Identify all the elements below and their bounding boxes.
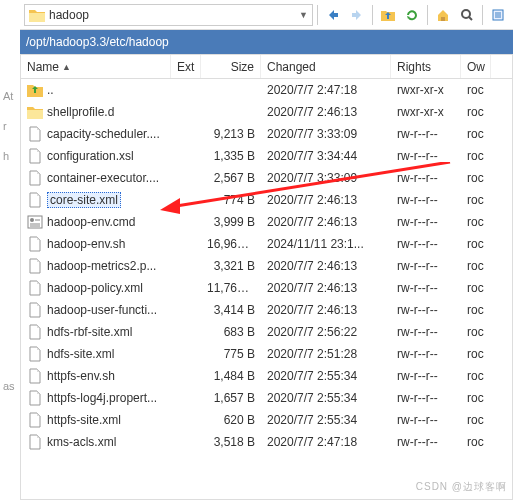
strip-label: r (0, 120, 20, 150)
file-owner: roc (461, 83, 491, 97)
file-owner: roc (461, 303, 491, 317)
sort-arrow-icon: ▲ (62, 62, 71, 72)
file-row[interactable]: hdfs-rbf-site.xml683 B2020/7/7 2:56:22rw… (21, 321, 512, 343)
file-name: capacity-scheduler.... (47, 127, 160, 141)
file-name: hadoop-user-functi... (47, 303, 157, 317)
file-owner: roc (461, 369, 491, 383)
file-size: 2,567 B (201, 171, 261, 185)
file-row[interactable]: httpfs-site.xml620 B2020/7/7 2:55:34rw-r… (21, 409, 512, 431)
file-name: hadoop-env.sh (47, 237, 126, 251)
file-name: httpfs-env.sh (47, 369, 115, 383)
file-row[interactable]: httpfs-log4j.propert...1,657 B2020/7/7 2… (21, 387, 512, 409)
file-rights: rw-r--r-- (391, 127, 461, 141)
refresh-button[interactable] (401, 4, 423, 26)
file-owner: roc (461, 171, 491, 185)
file-name: hadoop-policy.xml (47, 281, 143, 295)
file-row[interactable]: hadoop-policy.xml11,765 B2020/7/7 2:46:1… (21, 277, 512, 299)
breadcrumb[interactable]: /opt/hadoop3.3/etc/hadoop (20, 30, 513, 54)
file-icon (27, 126, 43, 142)
file-owner: roc (461, 281, 491, 295)
folder-selector[interactable]: hadoop ▼ (24, 4, 313, 26)
strip-spacer (0, 200, 20, 380)
file-name: core-site.xml (47, 192, 121, 208)
file-name: hdfs-rbf-site.xml (47, 325, 132, 339)
file-owner: roc (461, 325, 491, 339)
strip-label: as (0, 380, 20, 410)
file-row[interactable]: core-site.xml774 B2020/7/7 2:46:13rw-r--… (21, 189, 512, 211)
find-button[interactable] (456, 4, 478, 26)
file-rights: rw-r--r-- (391, 171, 461, 185)
file-list: Name▲ Ext Size Changed Rights Ow ..2020/… (20, 54, 513, 500)
file-changed: 2020/7/7 3:33:09 (261, 171, 391, 185)
file-name: hadoop-metrics2.p... (47, 259, 156, 273)
file-owner: roc (461, 259, 491, 273)
file-name: shellprofile.d (47, 105, 114, 119)
file-owner: roc (461, 391, 491, 405)
file-changed: 2020/7/7 2:47:18 (261, 83, 391, 97)
file-name: .. (47, 83, 54, 97)
file-rights: rwxr-xr-x (391, 105, 461, 119)
file-changed: 2020/7/7 2:46:13 (261, 303, 391, 317)
file-row[interactable]: kms-acls.xml3,518 B2020/7/7 2:47:18rw-r-… (21, 431, 512, 453)
column-header-row: Name▲ Ext Size Changed Rights Ow (21, 55, 512, 79)
file-owner: roc (461, 347, 491, 361)
file-rights: rw-r--r-- (391, 237, 461, 251)
separator (372, 5, 373, 25)
file-size: 3,321 B (201, 259, 261, 273)
home-button[interactable] (432, 4, 454, 26)
file-row[interactable]: hdfs-site.xml775 B2020/7/7 2:51:28rw-r--… (21, 343, 512, 365)
file-changed: 2024/11/11 23:1... (261, 237, 391, 251)
file-row[interactable]: hadoop-env.sh16,962 B2024/11/11 23:1...r… (21, 233, 512, 255)
file-name: httpfs-site.xml (47, 413, 121, 427)
file-row[interactable]: hadoop-env.cmd3,999 B2020/7/7 2:46:13rw-… (21, 211, 512, 233)
file-icon (27, 434, 43, 450)
strip-label: At (0, 90, 20, 120)
file-size: 3,518 B (201, 435, 261, 449)
properties-button[interactable] (487, 4, 509, 26)
file-size: 775 B (201, 347, 261, 361)
forward-button[interactable] (346, 4, 368, 26)
watermark: CSDN @边球客啊 (416, 480, 507, 494)
back-button[interactable] (322, 4, 344, 26)
file-panel: hadoop ▼ /opt/hadoop3.3/etc/hadoop Name▲… (20, 0, 513, 500)
file-rights: rwxr-xr-x (391, 83, 461, 97)
file-size: 774 B (201, 193, 261, 207)
column-header-name[interactable]: Name▲ (21, 55, 171, 78)
file-icon (27, 236, 43, 252)
column-header-rights[interactable]: Rights (391, 55, 461, 78)
file-row[interactable]: capacity-scheduler....9,213 B2020/7/7 3:… (21, 123, 512, 145)
current-folder-name: hadoop (49, 8, 89, 22)
svg-point-0 (462, 10, 470, 18)
file-row[interactable]: hadoop-metrics2.p...3,321 B2020/7/7 2:46… (21, 255, 512, 277)
separator (427, 5, 428, 25)
file-changed: 2020/7/7 2:47:18 (261, 435, 391, 449)
separator (317, 5, 318, 25)
file-row[interactable]: httpfs-env.sh1,484 B2020/7/7 2:55:34rw-r… (21, 365, 512, 387)
file-icon (27, 302, 43, 318)
file-name: hdfs-site.xml (47, 347, 114, 361)
column-header-owner[interactable]: Ow (461, 55, 491, 78)
folder-icon (27, 104, 43, 120)
file-row[interactable]: shellprofile.d2020/7/7 2:46:13rwxr-xr-xr… (21, 101, 512, 123)
file-rows-container: ..2020/7/7 2:47:18rwxr-xr-xrocshellprofi… (21, 79, 512, 453)
column-header-changed[interactable]: Changed (261, 55, 391, 78)
file-changed: 2020/7/7 2:46:13 (261, 193, 391, 207)
breadcrumb-path: /opt/hadoop3.3/etc/hadoop (26, 35, 169, 49)
up-button[interactable] (377, 4, 399, 26)
file-row[interactable]: configuration.xsl1,335 B2020/7/7 3:34:44… (21, 145, 512, 167)
file-changed: 2020/7/7 2:55:34 (261, 413, 391, 427)
cmd-icon (27, 214, 43, 230)
file-changed: 2020/7/7 2:51:28 (261, 347, 391, 361)
column-header-ext[interactable]: Ext (171, 55, 201, 78)
file-owner: roc (461, 237, 491, 251)
file-row[interactable]: container-executor....2,567 B2020/7/7 3:… (21, 167, 512, 189)
file-rights: rw-r--r-- (391, 347, 461, 361)
file-row[interactable]: hadoop-user-functi...3,414 B2020/7/7 2:4… (21, 299, 512, 321)
file-icon (27, 170, 43, 186)
file-changed: 2020/7/7 2:56:22 (261, 325, 391, 339)
file-row[interactable]: ..2020/7/7 2:47:18rwxr-xr-xroc (21, 79, 512, 101)
file-owner: roc (461, 413, 491, 427)
file-name: configuration.xsl (47, 149, 134, 163)
column-header-size[interactable]: Size (201, 55, 261, 78)
file-size: 1,484 B (201, 369, 261, 383)
